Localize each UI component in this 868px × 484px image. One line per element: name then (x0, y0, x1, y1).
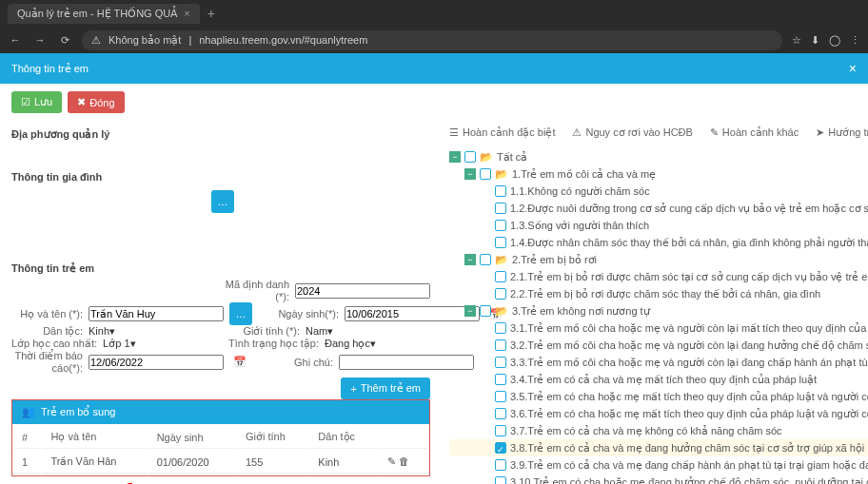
section-family: Thông tin gia đình (11, 171, 430, 183)
category-tree: −📂Tất cả −📂1.Trẻ em mồ côi cả cha và mẹ … (449, 145, 868, 484)
url-text: nhaplieu.treem.gov.vn/#quanlytreem (199, 34, 367, 46)
checkbox[interactable] (495, 442, 506, 454)
checkbox[interactable] (495, 322, 506, 334)
panel-close-icon[interactable]: × (849, 61, 857, 76)
toggle-icon[interactable]: − (449, 151, 461, 163)
save-icon: ☑ (21, 96, 30, 108)
tab-guide[interactable]: ➤Hướng trợ giúp (816, 126, 868, 139)
gender-select[interactable]: Nam▾ (306, 325, 333, 338)
edu-status-select[interactable]: Đang học▾ (325, 338, 376, 350)
help-icon: ➤ (816, 126, 824, 139)
edu-status-label: Tình trạng học tập: (228, 338, 319, 350)
url-input[interactable]: ⚠ Không bảo mật | nhaplieu.treem.gov.vn/… (82, 30, 782, 50)
forward-icon[interactable]: → (32, 34, 48, 46)
name-label: Họ và tên (*): (11, 308, 83, 320)
ethnic-select[interactable]: Kinh▾ (89, 325, 115, 338)
grade-select[interactable]: Lớp 1▾ (103, 338, 135, 350)
warning-icon: ⚠ (572, 126, 582, 139)
gender-label: Giới tính (*): (228, 325, 300, 338)
additional-children-panel: 👥 Trẻ em bổ sung # Họ và tên Ngày sinh G… (11, 399, 430, 476)
ethnic-label: Dân tộc: (11, 325, 83, 338)
col-dob: Ngày sinh (149, 426, 236, 449)
edit-icon[interactable]: ✎ (387, 455, 396, 467)
folder-open-icon: 📂 (495, 303, 508, 319)
checkbox[interactable] (495, 357, 506, 368)
back-icon[interactable]: ← (8, 34, 23, 46)
checkbox[interactable] (495, 220, 506, 231)
toggle-icon[interactable]: − (464, 168, 476, 180)
checkbox[interactable] (495, 425, 506, 436)
note-label: Ghi chú: (262, 357, 333, 368)
checkbox[interactable] (480, 254, 491, 265)
checkbox[interactable] (495, 459, 506, 471)
save-button[interactable]: ☑Lưu (11, 91, 62, 113)
star-icon[interactable]: ☆ (792, 34, 801, 47)
new-tab-button[interactable]: + (207, 6, 215, 21)
tab-risk[interactable]: ⚠Nguy cơ rơi vào HCĐB (572, 126, 692, 139)
folder-open-icon: 📂 (480, 149, 493, 165)
grade-label: Lớp học cao nhất: (11, 338, 97, 350)
checkbox[interactable] (495, 271, 506, 282)
checkbox[interactable] (495, 288, 506, 300)
tab-other[interactable]: ✎Hoàn cảnh khác (710, 126, 799, 139)
col-ethnic: Dân tộc (310, 426, 377, 449)
close-icon: ✖ (77, 96, 86, 108)
report-time-label: Thời điểm báo cáo(*): (11, 350, 83, 374)
plus-icon: + (350, 383, 356, 395)
table-row[interactable]: 1 Trần Văn Hân 01/06/2020 155 Kinh ✎ 🗑 (14, 451, 427, 474)
install-icon[interactable]: ⬇ (811, 34, 819, 47)
checkbox[interactable] (464, 151, 476, 163)
checkbox[interactable] (495, 339, 506, 351)
close-button[interactable]: ✖Đóng (68, 91, 124, 113)
checkbox[interactable] (495, 374, 506, 385)
id-label: Mã định danh (*): (218, 279, 289, 302)
panel-header: Thông tin trẻ em × (0, 53, 868, 84)
section-region: Địa phương quản lý (11, 128, 430, 141)
toggle-icon[interactable]: − (464, 305, 476, 317)
delete-icon[interactable]: 🗑 (399, 455, 409, 467)
checkbox[interactable] (480, 305, 491, 317)
list-icon: ☰ (449, 126, 459, 139)
menu-icon[interactable]: ⋮ (850, 34, 860, 47)
children-table: # Họ và tên Ngày sinh Giới tính Dân tộc … (12, 424, 429, 475)
profile-icon[interactable]: ◯ (829, 34, 840, 47)
browser-tab[interactable]: Quản lý trẻ em - HỆ THỐNG QUẢ × (8, 4, 200, 24)
id-input[interactable] (295, 283, 430, 299)
url-warning: Không bảo mật (108, 34, 181, 47)
col-name: Họ và tên (43, 426, 147, 449)
tab-special[interactable]: ☰Hoàn cảnh đặc biệt (449, 126, 555, 139)
col-no: # (14, 426, 41, 449)
col-gender: Giới tính (238, 426, 308, 449)
browser-tab-bar: Quản lý trẻ em - HỆ THỐNG QUẢ × + (0, 0, 868, 27)
panel-title: Thông tin trẻ em (11, 63, 89, 75)
users-icon: 👥 (22, 406, 35, 418)
dob-label: Ngày sinh(*): (267, 308, 339, 319)
checkbox[interactable] (480, 168, 491, 180)
name-input[interactable] (89, 306, 224, 321)
faded-region-row (11, 145, 430, 164)
folder-open-icon: 📂 (495, 252, 508, 267)
category-tabs: ☰Hoàn cảnh đặc biệt ⚠Nguy cơ rơi vào HCĐ… (449, 121, 868, 145)
toggle-icon[interactable]: − (464, 254, 476, 265)
checkbox[interactable] (495, 391, 506, 402)
tab-title: Quản lý trẻ em - HỆ THỐNG QUẢ (17, 8, 178, 20)
checkbox[interactable] (495, 476, 506, 484)
add-child-button[interactable]: +Thêm trẻ em (341, 378, 430, 399)
folder-open-icon: 📂 (495, 166, 508, 182)
checkbox[interactable] (495, 408, 506, 419)
family-ellipsis-button[interactable]: … (211, 190, 234, 213)
report-time-input[interactable] (89, 355, 224, 370)
name-ellipsis-button[interactable]: … (229, 302, 252, 325)
sub-panel-header: 👥 Trẻ em bổ sung (12, 400, 429, 424)
browser-url-bar: ← → ⟳ ⚠ Không bảo mật | nhaplieu.treem.g… (0, 27, 868, 53)
insecure-icon: ⚠ (91, 34, 101, 47)
checkbox[interactable] (495, 185, 506, 197)
reload-icon[interactable]: ⟳ (57, 34, 72, 47)
close-tab-icon[interactable]: × (184, 8, 189, 19)
pencil-icon: ✎ (710, 126, 719, 139)
checkbox[interactable] (495, 237, 506, 248)
section-child: Thông tin trẻ em (11, 262, 430, 275)
checkbox[interactable] (495, 203, 506, 214)
calendar-icon[interactable]: 📅 (233, 356, 247, 368)
faded-family-row: … (11, 186, 430, 217)
